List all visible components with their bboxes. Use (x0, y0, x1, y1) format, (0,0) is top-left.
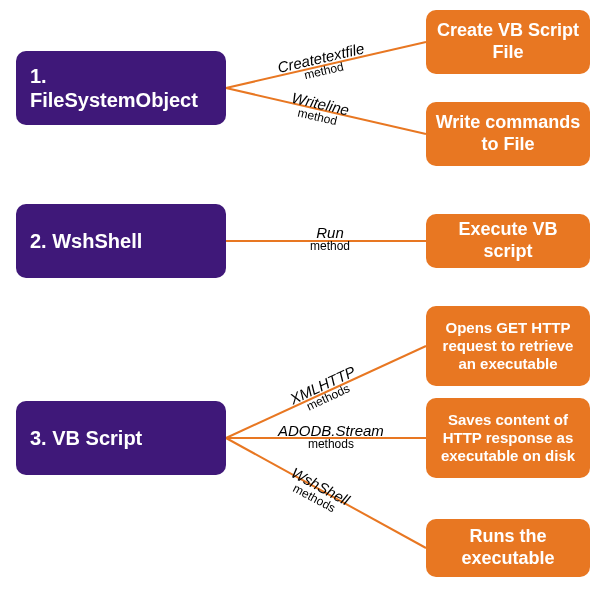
step-label: 1. FileSystemObject (30, 64, 220, 112)
step-label: 3. VB Script (30, 426, 142, 450)
action-execute-vb-script: Execute VB script (426, 214, 590, 268)
step-label: 2. WshShell (30, 229, 142, 253)
step-vb-script: 3. VB Script (16, 401, 226, 475)
edge-xmlhttp: XMLHTTP methods (288, 363, 363, 417)
edge-sub: methods (278, 438, 384, 450)
action-save-executable: Saves content of HTTP response as execut… (426, 398, 590, 478)
action-run-executable: Runs the executable (426, 519, 590, 577)
action-http-get-executable: Opens GET HTTP request to retrieve an ex… (426, 306, 590, 386)
action-create-vb-script-file: Create VB Script File (426, 10, 590, 74)
edge-run: Run method (310, 225, 350, 252)
action-label: Opens GET HTTP request to retrieve an ex… (432, 319, 584, 373)
action-label: Saves content of HTTP response as execut… (432, 411, 584, 465)
step-wshshell: 2. WshShell (16, 204, 226, 278)
edge-adodb-stream: ADODB.Stream methods (278, 423, 384, 450)
action-label: Execute VB script (432, 219, 584, 262)
action-label: Create VB Script File (432, 20, 584, 63)
edge-writeline: Writeline method (288, 90, 351, 129)
edge-createtextfile: Createtextfile method (276, 40, 368, 86)
edge-sub: method (310, 240, 350, 252)
edge-wshshell: WshShell methods (283, 465, 352, 519)
action-label: Write commands to File (432, 112, 584, 155)
action-label: Runs the executable (432, 526, 584, 569)
step-filesystemobject: 1. FileSystemObject (16, 51, 226, 125)
action-write-commands-to-file: Write commands to File (426, 102, 590, 166)
